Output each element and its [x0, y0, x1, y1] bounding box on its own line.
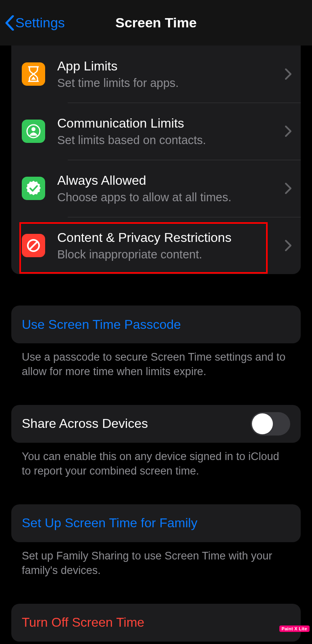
back-button[interactable]: Settings — [5, 15, 65, 31]
hourglass-icon — [22, 62, 45, 86]
row-turn-off[interactable]: Turn Off Screen Time — [11, 604, 301, 642]
settings-group-share: Share Across Devices — [11, 405, 301, 443]
back-label: Settings — [15, 15, 65, 31]
settings-group-family: Set Up Screen Time for Family — [11, 504, 301, 542]
row-title: Always Allowed — [57, 172, 280, 188]
svg-line-3 — [29, 242, 37, 250]
settings-group-main: App Limits Set time limits for apps. Com… — [11, 45, 301, 274]
row-communication-limits[interactable]: Communication Limits Set limits based on… — [11, 103, 301, 160]
row-content-privacy[interactable]: Content & Privacy Restrictions Block ina… — [11, 217, 301, 274]
toggle-knob — [252, 413, 273, 434]
no-symbol-icon — [22, 234, 45, 257]
checkmark-seal-icon — [22, 177, 45, 200]
person-circle-icon — [22, 120, 45, 143]
row-use-passcode[interactable]: Use Screen Time Passcode — [11, 305, 301, 343]
footer-share: You can enable this on any device signed… — [11, 443, 301, 479]
link-label: Use Screen Time Passcode — [22, 317, 181, 332]
row-label: Share Across Devices — [22, 416, 148, 431]
row-title: Communication Limits — [57, 115, 280, 131]
row-subtitle: Choose apps to allow at all times. — [57, 190, 280, 204]
row-subtitle: Set limits based on contacts. — [57, 133, 280, 147]
row-always-allowed[interactable]: Always Allowed Choose apps to allow at a… — [11, 160, 301, 217]
destructive-label: Turn Off Screen Time — [22, 615, 144, 630]
chevron-right-icon — [285, 68, 292, 80]
row-app-limits[interactable]: App Limits Set time limits for apps. — [11, 45, 301, 103]
chevron-right-icon — [285, 239, 292, 252]
share-toggle[interactable] — [251, 412, 290, 436]
row-share-across-devices[interactable]: Share Across Devices — [11, 405, 301, 443]
row-title: App Limits — [57, 58, 280, 74]
row-subtitle: Block inappropriate content. — [57, 247, 280, 262]
chevron-left-icon — [5, 15, 15, 31]
row-subtitle: Set time limits for apps. — [57, 76, 280, 90]
row-setup-family[interactable]: Set Up Screen Time for Family — [11, 504, 301, 542]
footer-family: Set up Family Sharing to use Screen Time… — [11, 542, 301, 578]
settings-group-turnoff: Turn Off Screen Time — [11, 604, 301, 642]
watermark-badge: Paint X Lite — [279, 625, 310, 632]
chevron-right-icon — [285, 182, 292, 194]
settings-group-passcode: Use Screen Time Passcode — [11, 305, 301, 343]
svg-point-1 — [31, 127, 35, 131]
footer-passcode: Use a passcode to secure Screen Time set… — [11, 343, 301, 379]
navigation-bar: Settings Screen Time — [0, 0, 312, 45]
row-title: Content & Privacy Restrictions — [57, 229, 280, 246]
chevron-right-icon — [285, 125, 292, 137]
link-label: Set Up Screen Time for Family — [22, 516, 198, 530]
